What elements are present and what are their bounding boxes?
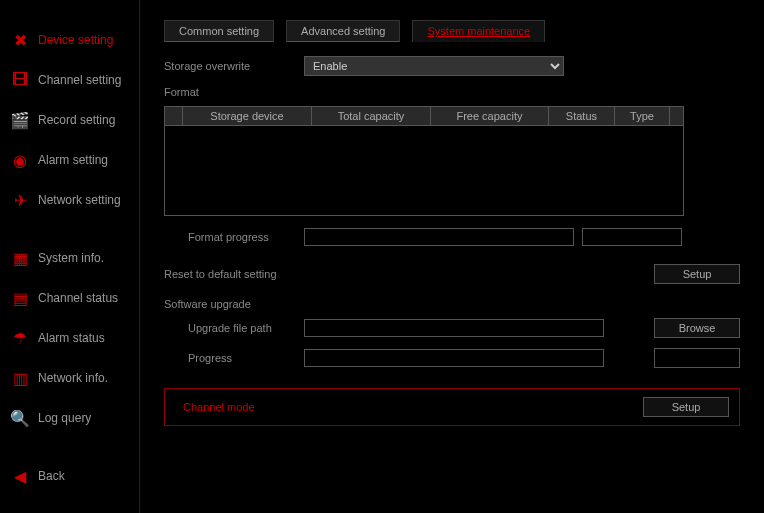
sidebar-item-label: Alarm setting — [38, 153, 108, 167]
sidebar-item-label: Network info. — [38, 371, 108, 385]
upgrade-path-input[interactable] — [304, 319, 604, 337]
col-storage-device: Storage device — [183, 107, 312, 126]
upgrade-progress-label: Progress — [164, 352, 304, 364]
sidebar-item-label: Back — [38, 469, 65, 483]
format-progress-bar — [304, 228, 574, 246]
sidebar-item-label: Record setting — [38, 113, 115, 127]
sidebar-item-system-info[interactable]: ▦ System info. — [0, 238, 139, 278]
tab-advanced-setting[interactable]: Advanced setting — [286, 20, 400, 42]
sidebar: ✖ Device setting 🎞 Channel setting 🎬 Rec… — [0, 0, 140, 513]
storage-overwrite-select[interactable]: Enable — [304, 56, 564, 76]
tab-common-setting[interactable]: Common setting — [164, 20, 274, 42]
sidebar-item-label: Channel setting — [38, 73, 121, 87]
tabs: Common setting Advanced setting System m… — [164, 20, 740, 42]
sidebar-item-label: Alarm status — [38, 331, 105, 345]
list-icon: ▥ — [8, 366, 32, 390]
sidebar-item-label: System info. — [38, 251, 104, 265]
col-type: Type — [614, 107, 669, 126]
reset-label: Reset to default setting — [164, 268, 277, 280]
col-free-capacity: Free capacity — [430, 107, 548, 126]
plane-icon: ✈ — [8, 188, 32, 212]
upgrade-progress-bar — [304, 349, 604, 367]
col-total-capacity: Total capacity — [312, 107, 431, 126]
main-panel: Common setting Advanced setting System m… — [140, 0, 764, 513]
bell-icon: ☂ — [8, 326, 32, 350]
upgrade-progress-value — [654, 348, 740, 368]
sidebar-item-alarm-setting[interactable]: ◉ Alarm setting — [0, 140, 139, 180]
clapper-icon: 🎬 — [8, 108, 32, 132]
sidebar-item-network-setting[interactable]: ✈ Network setting — [0, 180, 139, 220]
col-scroll — [670, 107, 684, 126]
sidebar-item-log-query[interactable]: 🔍 Log query — [0, 398, 139, 438]
storage-table: Storage device Total capacity Free capac… — [164, 106, 684, 126]
browse-button[interactable]: Browse — [654, 318, 740, 338]
format-progress-value — [582, 228, 682, 246]
format-progress-label: Format progress — [164, 231, 304, 243]
sidebar-item-label: Network setting — [38, 193, 121, 207]
sidebar-item-alarm-status[interactable]: ☂ Alarm status — [0, 318, 139, 358]
sidebar-item-record-setting[interactable]: 🎬 Record setting — [0, 100, 139, 140]
upgrade-path-label: Upgrade file path — [164, 322, 304, 334]
reset-setup-button[interactable]: Setup — [654, 264, 740, 284]
grid-icon: ▦ — [8, 246, 32, 270]
sidebar-item-channel-setting[interactable]: 🎞 Channel setting — [0, 60, 139, 100]
software-upgrade-title: Software upgrade — [164, 298, 740, 310]
search-icon: 🔍 — [8, 406, 32, 430]
col-blank — [165, 107, 183, 126]
tab-system-maintenance[interactable]: System maintenance — [412, 20, 545, 42]
format-label: Format — [164, 86, 740, 98]
sidebar-item-channel-status[interactable]: ▤ Channel status — [0, 278, 139, 318]
channel-mode-setup-button[interactable]: Setup — [643, 397, 729, 417]
sidebar-item-label: Device setting — [38, 33, 113, 47]
grid-icon: ▤ — [8, 286, 32, 310]
sidebar-item-label: Channel status — [38, 291, 118, 305]
back-icon: ◀ — [8, 464, 32, 488]
col-status: Status — [548, 107, 614, 126]
film-icon: 🎞 — [8, 68, 32, 92]
sidebar-item-device-setting[interactable]: ✖ Device setting — [0, 20, 139, 60]
sidebar-item-network-info[interactable]: ▥ Network info. — [0, 358, 139, 398]
wrench-icon: ✖ — [8, 28, 32, 52]
sidebar-item-label: Log query — [38, 411, 91, 425]
sidebar-item-back[interactable]: ◀ Back — [0, 456, 139, 496]
target-icon: ◉ — [8, 148, 32, 172]
storage-overwrite-label: Storage overwrite — [164, 60, 304, 72]
channel-mode-box: Channel mode Setup — [164, 388, 740, 426]
storage-table-body — [164, 126, 684, 216]
channel-mode-label: Channel mode — [175, 401, 255, 413]
